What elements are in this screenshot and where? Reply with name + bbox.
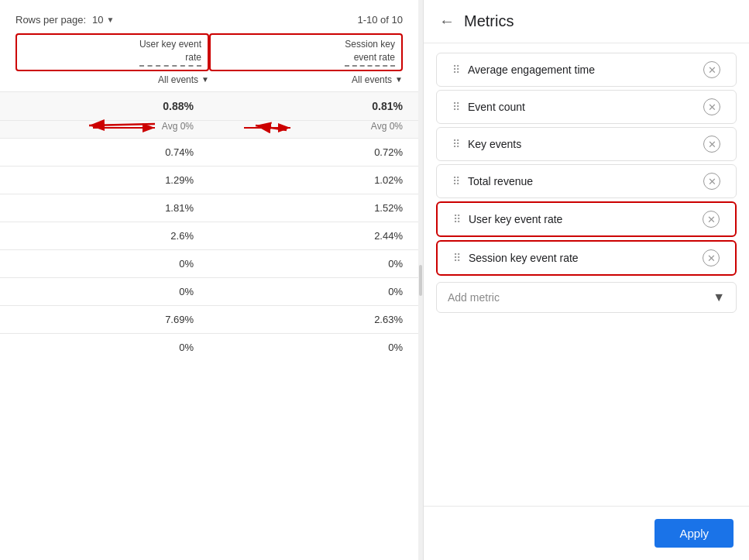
table-row: 2.6% 2.44% xyxy=(0,222,418,249)
remove-icon: ✕ xyxy=(708,64,716,76)
row5-col1: 0% xyxy=(0,249,209,277)
add-metric-placeholder: Add metric xyxy=(448,291,500,304)
panel-title: Metrics xyxy=(464,12,514,30)
row1-col2: 0.72% xyxy=(209,138,418,166)
remove-user-key-event-rate-button[interactable]: ✕ xyxy=(703,211,720,228)
remove-event-count-button[interactable]: ✕ xyxy=(703,98,720,115)
metric-label-key-events: Key events xyxy=(468,138,696,150)
metrics-list: ⠿ Average engagement time ✕ ⠿ Event coun… xyxy=(424,43,749,506)
left-panel: Rows per page: 10 ▼ 1-10 of 10 User key … xyxy=(0,0,418,560)
metric-label-event-count: Event count xyxy=(468,101,696,113)
row1-col1: 0.74% xyxy=(0,138,209,166)
drag-icon[interactable]: ⠿ xyxy=(452,101,460,113)
row8-col1: 0% xyxy=(0,333,209,361)
metric-label-total-revenue: Total revenue xyxy=(468,175,696,187)
remove-total-revenue-button[interactable]: ✕ xyxy=(703,173,720,190)
metric-label-user-key-event-rate: User key event rate xyxy=(469,213,695,225)
table-row: 0% 0% xyxy=(0,277,418,305)
filter2-cell[interactable]: All events ▼ xyxy=(209,74,403,85)
apply-button[interactable]: Apply xyxy=(655,519,734,548)
avg-col2-sub: Avg 0% xyxy=(209,120,418,138)
filter2-chevron-icon: ▼ xyxy=(395,75,403,84)
remove-icon: ✕ xyxy=(708,139,716,150)
col1-header: User key eventrate xyxy=(15,33,209,71)
table-row: 0% 0% xyxy=(0,249,418,277)
row5-col2: 0% xyxy=(209,249,418,277)
metric-item-user-key-event-rate: ⠿ User key event rate ✕ xyxy=(436,201,737,237)
table-header-row: User key eventrate Session keyevent rate xyxy=(0,33,418,71)
row3-col1: 1.81% xyxy=(0,194,209,222)
row6-col1: 0% xyxy=(0,277,209,305)
remove-icon: ✕ xyxy=(707,253,716,264)
row7-col1: 7.69% xyxy=(0,305,209,333)
rows-per-page-bar: Rows per page: 10 ▼ 1-10 of 10 xyxy=(0,0,418,33)
filter1-cell[interactable]: All events ▼ xyxy=(15,74,209,85)
metric-item-session-key-event-rate: ⠿ Session key event rate ✕ xyxy=(436,240,737,276)
metric-item-total-revenue: ⠿ Total revenue ✕ xyxy=(436,164,737,198)
avg-col2-value: 0.81% xyxy=(209,91,418,120)
page-range: 1-10 of 10 xyxy=(357,14,403,26)
drag-icon[interactable]: ⠿ xyxy=(452,64,460,76)
filter2-label: All events xyxy=(352,74,392,85)
divider-handle xyxy=(419,265,422,296)
remove-icon: ✕ xyxy=(708,101,716,113)
table-row: 1.29% 1.02% xyxy=(0,166,418,194)
panel-divider xyxy=(418,0,423,560)
filter1-chevron-icon: ▼ xyxy=(201,75,209,84)
metric-label-session-key-event-rate: Session key event rate xyxy=(469,252,695,264)
rows-chevron-icon: ▼ xyxy=(107,15,115,24)
drag-icon[interactable]: ⠿ xyxy=(452,175,460,187)
row7-col2: 2.63% xyxy=(209,305,418,333)
add-metric-chevron-icon: ▼ xyxy=(713,290,725,304)
table-row-avg-sub: Avg 0% Avg 0% xyxy=(0,120,418,138)
remove-avg-engagement-button[interactable]: ✕ xyxy=(703,61,720,78)
col2-header-text: Session keyevent rate xyxy=(345,38,395,67)
table-row: 0.74% 0.72% xyxy=(0,138,418,166)
rows-per-page-select[interactable]: 10 ▼ xyxy=(92,14,114,26)
drag-icon[interactable]: ⠿ xyxy=(453,213,461,225)
col1-header-text: User key eventrate xyxy=(139,38,201,67)
row6-col2: 0% xyxy=(209,277,418,305)
rows-value: 10 xyxy=(92,14,103,26)
avg-col1-value: 0.88% xyxy=(0,91,209,120)
filter-row: All events ▼ All events ▼ xyxy=(0,74,418,91)
row8-col2: 0% xyxy=(209,333,418,361)
filter1-label: All events xyxy=(158,74,198,85)
remove-icon: ✕ xyxy=(707,214,716,225)
remove-session-key-event-rate-button[interactable]: ✕ xyxy=(703,249,720,266)
table-row: 7.69% 2.63% xyxy=(0,305,418,333)
metric-label-avg-engagement: Average engagement time xyxy=(468,64,696,76)
table-row: 0.88% 0.81% xyxy=(0,91,418,120)
back-icon: ← xyxy=(439,12,455,30)
right-panel: ← Metrics ⠿ Average engagement time ✕ ⠿ … xyxy=(423,0,749,560)
remove-key-events-button[interactable]: ✕ xyxy=(703,136,720,153)
table-row: 1.81% 1.52% xyxy=(0,194,418,222)
metric-item-key-events: ⠿ Key events ✕ xyxy=(436,127,737,161)
metric-item-avg-engagement: ⠿ Average engagement time ✕ xyxy=(436,53,737,87)
table-row: 0% 0% xyxy=(0,333,418,361)
rows-per-page-label: Rows per page: xyxy=(15,14,86,26)
drag-icon[interactable]: ⠿ xyxy=(453,252,461,264)
right-header: ← Metrics xyxy=(424,0,749,43)
right-footer: Apply xyxy=(424,506,749,560)
avg-col1-sub: Avg 0% xyxy=(0,120,209,138)
drag-icon[interactable]: ⠿ xyxy=(452,138,460,150)
add-metric-row[interactable]: Add metric ▼ xyxy=(436,282,737,313)
row2-col2: 1.02% xyxy=(209,166,418,194)
row4-col2: 2.44% xyxy=(209,222,418,249)
metric-item-event-count: ⠿ Event count ✕ xyxy=(436,90,737,124)
col2-header: Session keyevent rate xyxy=(209,33,403,71)
back-button[interactable]: ← xyxy=(439,12,455,30)
row2-col1: 1.29% xyxy=(0,166,209,194)
remove-icon: ✕ xyxy=(708,176,716,187)
row3-col2: 1.52% xyxy=(209,194,418,222)
row4-col1: 2.6% xyxy=(0,222,209,249)
data-table: 0.88% 0.81% Avg 0% Avg 0% 0.74% 0.72% 1.… xyxy=(0,91,418,361)
